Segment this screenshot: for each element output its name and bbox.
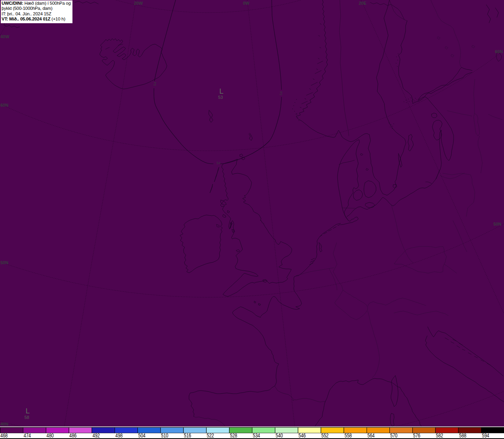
svg-text:474: 474	[24, 432, 31, 439]
svg-text:L: L	[219, 87, 224, 95]
svg-text:480: 480	[46, 432, 54, 439]
svg-text:54: 54	[279, 91, 284, 96]
svg-text:582: 582	[436, 432, 443, 439]
svg-text:486: 486	[69, 432, 77, 439]
svg-text:528: 528	[230, 432, 237, 439]
svg-text:588: 588	[459, 432, 467, 439]
svg-text:594: 594	[482, 432, 489, 439]
svg-text:20E: 20E	[359, 1, 367, 6]
svg-text:58: 58	[24, 415, 29, 420]
svg-text:570: 570	[390, 432, 398, 439]
svg-text:40N: 40N	[0, 422, 8, 426]
svg-text:552: 552	[321, 432, 329, 439]
svg-text:498: 498	[115, 432, 123, 439]
svg-text:60N: 60N	[0, 103, 8, 107]
svg-text:492: 492	[93, 432, 100, 439]
svg-text:53: 53	[218, 95, 223, 100]
svg-text:54: 54	[217, 161, 220, 165]
svg-text:L: L	[26, 407, 30, 415]
svg-text:516: 516	[184, 432, 191, 439]
svg-text:522: 522	[207, 432, 214, 439]
svg-text:576: 576	[413, 432, 421, 439]
svg-text:564: 564	[367, 432, 375, 439]
svg-text:50N: 50N	[493, 222, 501, 226]
svg-text:546: 546	[298, 432, 306, 439]
svg-text:468: 468	[0, 432, 8, 439]
svg-text:50N: 50N	[0, 260, 8, 265]
svg-text:510: 510	[161, 432, 169, 439]
svg-text:0W: 0W	[243, 1, 250, 6]
svg-text:60N: 60N	[495, 49, 503, 54]
svg-text:40W: 40W	[0, 34, 9, 39]
svg-text:534: 534	[253, 432, 260, 439]
svg-text:54: 54	[153, 82, 158, 86]
svg-text:558: 558	[345, 432, 352, 439]
svg-text:540: 540	[276, 432, 283, 439]
svg-text:20W: 20W	[134, 1, 143, 6]
svg-text:504: 504	[138, 432, 146, 439]
